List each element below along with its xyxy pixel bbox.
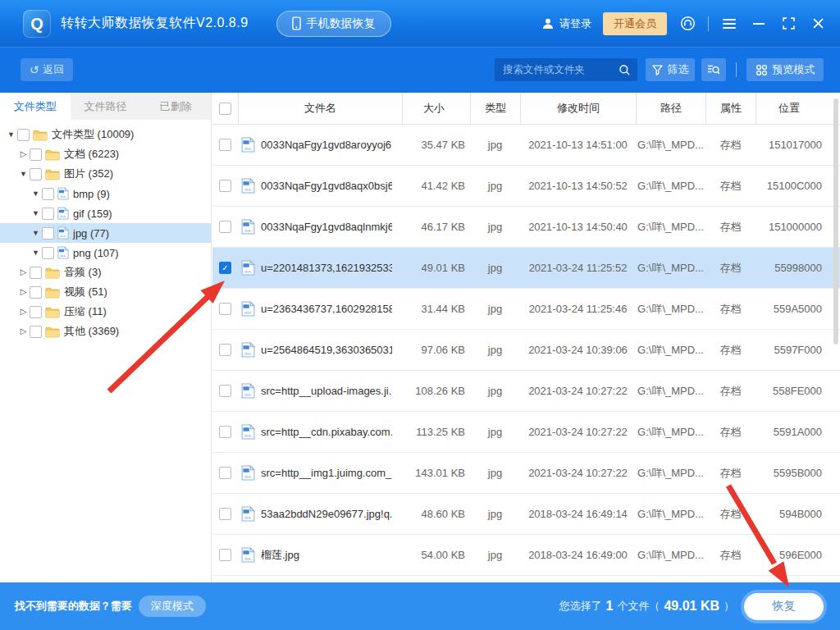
tree-checkbox[interactable]	[30, 326, 42, 338]
deep-mode-button[interactable]: 深度模式	[139, 596, 206, 617]
tree-checkbox[interactable]	[30, 286, 42, 299]
sidebar-tab[interactable]: 文件类型	[0, 93, 71, 120]
table-row[interactable]: src=http__cdn.pixabay.com... 113.25 KB j…	[212, 412, 840, 453]
tree-checkbox[interactable]	[42, 247, 54, 259]
footer-bar: 找不到需要的数据？需要 深度模式 您选择了 1 个文件（ 49.01 KB ） …	[0, 582, 840, 630]
row-checkbox[interactable]	[219, 303, 231, 315]
table-row[interactable]: src=http__upload-images.ji... 108.26 KB …	[212, 371, 840, 412]
folder-icon	[45, 306, 60, 318]
sidebar-tab[interactable]: 已删除	[140, 93, 211, 120]
row-checkbox[interactable]	[219, 385, 231, 397]
tree-item[interactable]: png (107)	[0, 243, 211, 262]
row-checkbox[interactable]	[219, 139, 231, 151]
vertical-scrollbar[interactable]	[833, 95, 838, 579]
expand-arrow-icon[interactable]	[19, 327, 28, 336]
column-header[interactable]: 位置	[756, 93, 832, 124]
preview-mode-button[interactable]: 预览模式	[746, 58, 824, 81]
tree-item[interactable]: 压缩 (11)	[0, 302, 211, 322]
file-type: jpg	[470, 385, 520, 397]
file-location: 151000000	[756, 221, 832, 233]
tree-item[interactable]: 视频 (51)	[0, 282, 211, 302]
tree-item[interactable]: 文件类型 (10009)	[0, 125, 211, 144]
row-checkbox[interactable]	[219, 180, 231, 192]
row-checkbox[interactable]	[219, 467, 231, 479]
app-title: 转转大师数据恢复软件V2.0.8.9	[61, 15, 249, 32]
table-row[interactable]: src=http__img1.juimg.com_... 143.01 KB j…	[212, 453, 840, 494]
column-header[interactable]: 修改时间	[520, 93, 636, 124]
tree-checkbox[interactable]	[42, 188, 54, 200]
row-checkbox[interactable]	[219, 344, 231, 356]
row-checkbox[interactable]	[219, 262, 231, 274]
row-checkbox[interactable]	[219, 508, 231, 520]
maximize-button[interactable]	[779, 15, 797, 33]
sidebar-tab[interactable]: 文件路径	[71, 93, 141, 120]
image-file-icon	[57, 226, 69, 240]
table-row[interactable]: u=2363436737,1602928158,... 31.44 KB jpg…	[212, 289, 840, 330]
file-modified-time: 2021-03-24 10:27:22	[520, 385, 636, 397]
tree-checkbox[interactable]	[42, 208, 54, 220]
file-name: 0033NqaFgy1gvd8aqx0bsj6...	[261, 180, 392, 192]
recover-button[interactable]: 恢复	[744, 593, 824, 620]
table-row[interactable]: 0033NqaFgy1gvd8aqx0bsj6... 41.42 KB jpg …	[212, 166, 840, 207]
table-row[interactable]: 0033NqaFgy1gvd8aroyyoj6... 35.47 KB jpg …	[212, 125, 840, 166]
login-button[interactable]: 请登录	[541, 16, 591, 31]
tree-item[interactable]: 音频 (3)	[0, 262, 211, 282]
expand-arrow-icon[interactable]	[19, 308, 28, 316]
tree-checkbox[interactable]	[30, 267, 42, 279]
row-checkbox[interactable]	[219, 426, 231, 438]
open-vip-button[interactable]: 开通会员	[603, 12, 667, 35]
table-row[interactable]: 榴莲.jpg 54.00 KB jpg 2018-03-24 16:49:00 …	[212, 535, 840, 576]
expand-arrow-icon[interactable]	[19, 150, 28, 158]
tree-checkbox[interactable]	[17, 129, 30, 141]
search-box[interactable]	[495, 58, 637, 81]
file-name: src=http__upload-images.ji...	[261, 385, 392, 397]
table-row[interactable]: 0033NqaFgy1gvd8aqlnmkj6... 46.17 KB jpg …	[212, 207, 840, 248]
menu-button[interactable]	[720, 15, 738, 33]
column-header[interactable]: 大小	[402, 93, 470, 124]
expand-arrow-icon[interactable]	[31, 230, 40, 237]
column-header[interactable]: 类型	[470, 93, 520, 124]
table-row[interactable]: u=2201481373,1621932533,... 49.01 KB jpg…	[212, 248, 840, 289]
tree-checkbox[interactable]	[30, 168, 42, 180]
close-button[interactable]	[809, 15, 827, 33]
back-button[interactable]: ↺ 返回	[21, 58, 73, 81]
row-checkbox[interactable]	[219, 221, 231, 233]
column-header[interactable]: 文件名	[238, 93, 402, 124]
deep-scan-hint: 找不到需要的数据？需要	[15, 599, 132, 614]
tree-item[interactable]: gif (159)	[0, 203, 211, 223]
tree-item[interactable]: 其他 (3369)	[0, 322, 211, 341]
expand-arrow-icon[interactable]	[19, 171, 28, 178]
tree-checkbox[interactable]	[42, 227, 54, 240]
expand-arrow-icon[interactable]	[7, 131, 16, 139]
scrollbar-thumb[interactable]	[833, 98, 838, 345]
search-input[interactable]	[501, 63, 619, 76]
table-header: 文件名大小类型修改时间路径属性位置	[212, 93, 840, 125]
table-row[interactable]: 53aa2bddN29e09677.jpg!q... 48.60 KB jpg …	[212, 494, 840, 535]
tree-item-label: 文档 (6223)	[64, 147, 119, 162]
expand-arrow-icon[interactable]	[31, 210, 40, 217]
table-row[interactable]: u=2564864519,3630365031,... 97.06 KB jpg…	[212, 330, 840, 371]
customer-service-button[interactable]	[678, 15, 696, 33]
phone-recovery-button[interactable]: 手机数据恢复	[276, 11, 391, 37]
tree-checkbox[interactable]	[30, 148, 42, 161]
file-location: 55998000	[756, 262, 832, 274]
tree-item[interactable]: bmp (9)	[0, 184, 211, 203]
tree-checkbox[interactable]	[30, 306, 42, 318]
column-header[interactable]: 属性	[705, 93, 756, 124]
column-header[interactable]: 路径	[636, 93, 705, 124]
minimize-button[interactable]	[750, 15, 768, 33]
tree-item[interactable]: 文档 (6223)	[0, 144, 211, 164]
expand-arrow-icon[interactable]	[19, 268, 28, 276]
select-all-checkbox[interactable]	[219, 103, 231, 115]
filter-button[interactable]: 筛选	[646, 58, 695, 81]
image-file-icon	[57, 187, 69, 200]
expand-arrow-icon[interactable]	[19, 288, 28, 296]
tree-item[interactable]: 图片 (352)	[0, 164, 211, 184]
result-filter-button[interactable]	[701, 58, 726, 81]
tree-item[interactable]: jpg (77)	[0, 223, 211, 243]
file-size: 113.25 KB	[402, 426, 470, 438]
row-checkbox[interactable]	[219, 549, 231, 561]
expand-arrow-icon[interactable]	[31, 249, 40, 257]
search-icon[interactable]	[619, 64, 631, 76]
expand-arrow-icon[interactable]	[31, 190, 40, 198]
